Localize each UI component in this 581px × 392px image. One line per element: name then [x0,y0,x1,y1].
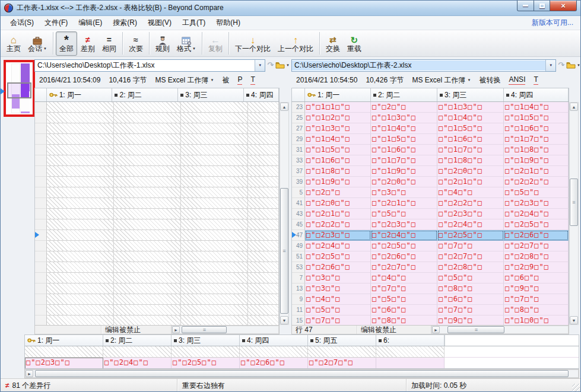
diff-cell[interactable]: □"□2□9□"□ [504,262,569,273]
diff-cell[interactable]: □"□1□5□"□ [504,113,569,123]
diff-cell[interactable]: □"□1□6□"□ [504,123,569,134]
scroll-right-icon[interactable]: ► [26,370,33,377]
column-header-4[interactable]: 4: 周四 [240,335,308,346]
diff-cell[interactable]: □"□2□4□"□ [305,241,371,251]
right-horizontal-scrollbar[interactable]: ◄ ≡ ► [431,326,569,334]
diff-cell[interactable]: □"□6□"□ [371,305,437,315]
diff-cell[interactable]: □"□1□4□"□ [305,134,371,145]
diff-cell[interactable]: □"□1□6□"□ [305,155,371,166]
diff-cell[interactable]: □"□1□9□"□ [371,166,437,177]
right-grid-row[interactable]: 5□"□2□"□□"□3□"□□"□4□"□□"□5□"□ [292,187,569,198]
diff-cell[interactable]: □"□2□6□"□ [504,230,569,241]
column-header-5[interactable]: 5: 周五 [308,335,376,346]
diff-cell[interactable]: □"□2□"□ [371,102,437,113]
diff-cell[interactable]: □"□1□9□"□ [504,155,569,166]
diff-cell[interactable]: □"□1□7□"□ [371,155,437,166]
diff-cell[interactable]: □"□1□3□"□ [305,123,371,134]
left-file-info-token[interactable]: P [237,75,242,85]
diff-cell[interactable]: □"□8□"□ [371,315,437,325]
right-reload-file-icon[interactable]: ↷ [558,59,564,71]
scroll-right-icon[interactable]: ► [432,326,440,333]
diff-cell[interactable]: □"□1□5□"□ [371,134,437,145]
detail-right-row[interactable]: □"□2□3□"□□"□2□4□"□□"□2□5□"□□"□2□6□"□□"□2… [25,358,579,369]
diff-cell[interactable]: □"□4□"□ [305,294,371,305]
diff-cell[interactable]: □"□2□6□"□ [305,262,371,273]
diff-cell[interactable]: □"□2□5□"□ [172,358,240,369]
diff-cell[interactable]: □"□1□4□"□ [371,123,437,134]
left-scrollbar-thumb[interactable]: ≡ [280,188,288,314]
chevron-down-icon[interactable]: ▼ [468,78,471,82]
map-viewport-rect[interactable] [7,82,31,98]
folder-dropdown-icon[interactable]: ▼ [577,63,580,67]
right-file-info-token[interactable]: T [534,75,538,85]
column-header-1[interactable]: 1: 周一 [47,88,113,101]
prev-diff-button[interactable]: ↑上一个对比 [274,31,317,56]
right-grid-row[interactable]: 53□"□2□6□"□□"□2□7□"□□"□2□8□"□□"□2□9□"□ [292,262,569,273]
chevron-down-icon[interactable]: ▼ [192,45,196,53]
sessions-button[interactable]: 会话▼ [24,31,50,56]
right-vertical-scrollbar[interactable]: ▲ ≡ ▼ [569,102,579,325]
diff-cell[interactable]: □"□2□6□"□ [240,358,308,369]
right-grid-row[interactable]: 9□"□4□"□□"□5□"□□"□6□"□□"□7□"□ [292,294,569,305]
diff-map-canvas[interactable] [6,62,33,114]
chevron-down-icon[interactable]: ▼ [43,45,47,53]
diff-cell[interactable]: □"□1□4□"□ [504,102,569,113]
diff-cell[interactable]: □"□5□"□ [371,209,437,219]
close-button[interactable]: × [550,1,577,11]
right-grid[interactable]: 23□"□1□1□"□□"□2□"□□"□1□3□"□□"□1□4□"□25□"… [291,102,569,325]
diff-cell[interactable]: □"□2□1□"□ [504,166,569,177]
detail-pane-grid[interactable]: □"□2□3□"□□"□2□4□"□□"□2□5□"□□"□2□6□"□□"□2… [24,346,579,369]
column-header-4[interactable]: 4: 周四 [504,88,569,101]
column-header-1[interactable]: 1: 周一 [25,335,103,346]
right-grid-row[interactable]: 23□"□1□1□"□□"□2□"□□"□1□3□"□□"□1□4□"□ [292,102,569,113]
menu-item[interactable]: 工具(T) [177,16,210,30]
diff-overview-map[interactable] [4,60,35,117]
diff-cell[interactable]: □"□1□8□"□ [504,145,569,155]
column-header-4[interactable]: 4: 周四 [244,88,279,101]
diff-cell[interactable]: □"□3□"□ [305,283,371,294]
home-button[interactable]: ⌂主页 [3,31,24,56]
right-grid-row[interactable]: 15□"□7□"□□"□8□"□□"□9□"□□"□1□0□"□ [292,315,569,325]
diff-cell[interactable]: □"□9□"□ [504,283,569,294]
diff-cell[interactable]: □"□1□0□"□ [504,315,569,325]
diff-cell[interactable]: □"□7□"□ [437,305,504,315]
diff-cell[interactable]: □"□2□0□"□ [371,177,437,187]
scroll-down-icon[interactable]: ▼ [570,316,578,324]
diff-cell[interactable]: □"□2□3□"□ [25,358,103,369]
detail-horizontal-scrollbar[interactable]: ◄ ► [25,369,579,378]
right-grid-row[interactable]: 31□"□1□5□"□□"□1□6□"□□"□1□7□"□□"□1□8□"□ [292,145,569,155]
diff-cell[interactable]: □"□2□7□"□ [308,358,376,369]
diff-cell[interactable]: □"□2□7□"□ [504,241,569,251]
diff-cell[interactable]: □"□2□1□"□ [437,177,504,187]
diff-cell[interactable]: □"□2□5□"□ [504,219,569,230]
diff-cell[interactable]: □"□1□9□"□ [305,177,371,187]
diff-cell[interactable]: □"□1□1□"□ [305,102,371,113]
rules-button[interactable]: 规则 [152,31,173,56]
right-path-combobox[interactable]: C:\Users\echo\Desktop\工作表-2.xlsx ▼ [291,59,556,72]
menu-item[interactable]: 视图(V) [143,16,176,30]
right-file-info-token[interactable]: ANSI [509,75,525,85]
column-header-2[interactable]: 2: 周二 [371,88,437,101]
left-reload-file-icon[interactable]: ↷ [267,59,274,71]
diff-cell[interactable]: □"□2□3□"□ [371,219,437,230]
right-grid-row[interactable]: 27□"□1□3□"□□"□1□4□"□□"□1□5□"□□"□1□6□"□ [292,123,569,134]
diff-cell[interactable]: □"□2□2□"□ [504,177,569,187]
right-browse-button[interactable]: ▼ [566,62,580,69]
new-version-link[interactable]: 新版本可用... [532,18,576,28]
right-grid-row[interactable]: 43□"□2□1□"□□"□5□"□□"□2□3□"□□"□2□4□"□ [292,209,569,219]
right-grid-row[interactable]: 39□"□1□9□"□□"□2□0□"□□"□2□1□"□□"□2□2□"□ [292,177,569,187]
left-path-dropdown-icon[interactable]: ▼ [255,60,265,71]
swap-button[interactable]: ⇄交换 [322,31,344,56]
diff-cell[interactable]: □"□2□2□"□ [305,219,371,230]
diff-cell[interactable]: □"□2□3□"□ [504,198,569,209]
column-header-1[interactable]: 1: 周一 [305,88,371,101]
right-grid-row[interactable]: 25□"□1□2□"□□"□1□3□"□□"□1□4□"□□"□1□5□"□ [292,113,569,123]
diff-cell[interactable]: □"□1□4□"□ [437,113,504,123]
diff-cell[interactable]: □"□5□"□ [371,294,437,305]
diff-cell[interactable]: □"□3□"□ [371,187,437,198]
diff-cell[interactable]: □"□2□0□"□ [305,198,371,209]
right-grid-row[interactable]: 41□"□2□0□"□□"□2□1□"□□"□2□2□"□□"□2□3□"□ [292,198,569,209]
left-file-info-token[interactable]: T [250,75,255,85]
reload-button[interactable]: ↻重载 [344,31,365,56]
diff-cell[interactable]: □"□2□5□"□ [371,241,437,251]
